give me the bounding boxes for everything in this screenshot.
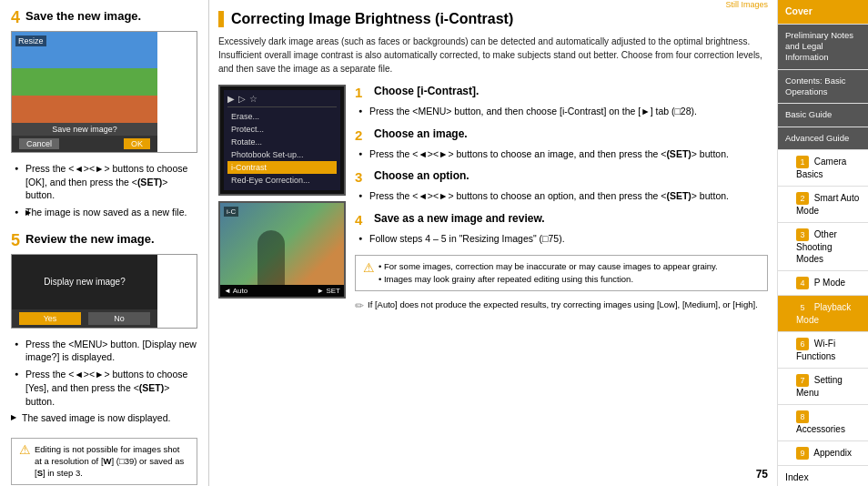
section-title: Correcting Image Brightness (i-Contrast) — [218, 11, 768, 27]
sidebar-item-wifi[interactable]: 6 Wi-Fi Functions — [778, 332, 868, 369]
camera-menu-screen: ▶ ▷ ☆ Erase... Protect... Rotate... Phot… — [224, 90, 340, 190]
mid-step-2-bullet-1: Press the <◄><►> buttons to choose an im… — [358, 146, 768, 163]
sidebar-item-other-shooting[interactable]: 3 Other Shooting Modes — [778, 223, 868, 271]
step-4-bullet-1: Press the <◄><►> buttons to choose [OK],… — [15, 160, 197, 204]
person-display: i-C ◄ Auto ► SET — [218, 201, 346, 299]
resize-image-box: Resize Save new image? Cancel OK — [11, 31, 197, 153]
person-silhouette — [257, 230, 285, 285]
nav-num-3: 3 — [796, 228, 809, 241]
left-panel: 4 Save the new image. Resize Save new im… — [0, 0, 209, 486]
accessories-label: Accessories — [796, 424, 845, 434]
nav-num-4: 4 — [796, 277, 809, 289]
step-4-bullets: Press the <◄><►> buttons to choose [OK],… — [15, 160, 197, 221]
sidebar-item-cover[interactable]: Cover — [778, 0, 868, 25]
ok-button[interactable]: OK — [124, 138, 150, 149]
nav-num-7: 7 — [796, 374, 809, 387]
mid-step-2-num: 2 — [355, 127, 369, 143]
menu-item-icontrast: i-Contrast — [227, 161, 337, 174]
contents-label: Contents: Basic Operations — [785, 76, 846, 96]
sidebar-item-camera-basics[interactable]: 1 Camera Basics — [778, 150, 868, 187]
step-4-bullet-2: The image is now saved as a new file. — [15, 204, 197, 221]
display-prompt: Display new image? — [44, 277, 126, 287]
mid-note-box: ⚠ • For some images, correction may be i… — [355, 255, 768, 292]
mid-step-3: 3 Choose an option. Press the <◄><►> but… — [355, 169, 768, 205]
step-5-bullets: Press the <MENU> button. [Display new im… — [15, 336, 197, 410]
display-image-box: Display new image? Yes No — [11, 254, 197, 329]
preliminary-label: Preliminary Notes and Legal Information — [785, 30, 853, 63]
auto-nav: ◄ Auto ► SET — [220, 285, 344, 297]
mid-step-4-bullet-1: Follow steps 4 – 5 in "Resizing Images" … — [358, 230, 768, 248]
mid-step-1-bullets: Press the <MENU> button, and then choose… — [358, 103, 768, 120]
yes-button[interactable]: Yes — [19, 312, 81, 325]
step-5-bullet-1: Press the <MENU> button. [Display new im… — [15, 336, 197, 366]
menu-item-redeye: Red-Eye Correction... — [227, 174, 337, 187]
camera-screens: ▶ ▷ ☆ Erase... Protect... Rotate... Phot… — [218, 85, 346, 318]
right-panel: Cover Preliminary Notes and Legal Inform… — [777, 0, 868, 486]
p-mode-label: P Mode — [814, 278, 845, 288]
mid-step-3-title: Choose an option. — [374, 169, 469, 182]
nav-num-2: 2 — [796, 192, 809, 205]
display-screen: Display new image? — [12, 255, 157, 309]
mid-warning-icon: ⚠ — [363, 258, 375, 278]
sidebar-item-accessories[interactable]: 8 Accessories — [778, 405, 868, 441]
set-label: ► SET — [317, 287, 340, 295]
nav-num-1: 1 — [796, 156, 809, 168]
step-5-arrow: The saved image is now displayed. — [11, 410, 197, 427]
i-contrast-label: i-C — [224, 207, 238, 217]
mid-step-3-header: 3 Choose an option. — [355, 169, 768, 185]
sidebar-item-setting-menu[interactable]: 7 Setting Menu — [778, 369, 868, 405]
mid-step-4-num: 4 — [355, 212, 369, 228]
step-5-title: Review the new image. — [25, 232, 155, 248]
step-4-number: 4 — [11, 9, 20, 25]
person-image: i-C — [220, 203, 344, 285]
left-note-text: Editing is not possible for images shot … — [35, 443, 189, 480]
menu-item-protect: Protect... — [227, 123, 337, 136]
left-note-box: ⚠ Editing is not possible for images sho… — [11, 438, 197, 485]
middle-panel: Still Images Correcting Image Brightness… — [209, 0, 777, 486]
resize-label: Resize — [15, 35, 46, 46]
step-4-arrow: The image is now saved as a new file. — [25, 205, 187, 219]
step-4-section: 4 Save the new image. Resize Save new im… — [11, 9, 197, 221]
cover-label: Cover — [785, 5, 812, 16]
menu-display: ▶ ▷ ☆ Erase... Protect... Rotate... Phot… — [218, 85, 346, 196]
sidebar-item-playback[interactable]: 5 Playback Mode — [778, 296, 868, 332]
mid-step-1-title: Choose [i-Contrast]. — [374, 85, 479, 97]
warning-icon: ⚠ — [19, 441, 31, 460]
mid-step-2-header: 2 Choose an image. — [355, 127, 768, 143]
sidebar-item-smart-auto[interactable]: 2 Smart Auto Mode — [778, 187, 868, 223]
sidebar-item-appendix[interactable]: 9 Appendix — [778, 441, 868, 466]
sidebar-item-contents[interactable]: Contents: Basic Operations — [778, 70, 868, 105]
mid-step-2-title: Choose an image. — [374, 127, 468, 140]
mid-step-2-bullets: Press the <◄><►> buttons to choose an im… — [358, 146, 768, 163]
sidebar-item-p-mode[interactable]: 4 P Mode — [778, 271, 868, 296]
step-5-section: 5 Review the new image. Display new imag… — [11, 232, 197, 427]
step-4-header: 4 Save the new image. — [11, 9, 197, 25]
mid-note-text: • For some images, correction may be ina… — [378, 260, 718, 287]
mid-step-1-num: 1 — [355, 85, 369, 100]
save-prompt: Save new image? — [12, 123, 157, 136]
cancel-button[interactable]: Cancel — [19, 138, 59, 149]
sidebar-item-preliminary[interactable]: Preliminary Notes and Legal Information — [778, 25, 868, 70]
page-number: 75 — [756, 468, 768, 481]
basic-guide-label: Basic Guide — [785, 109, 832, 119]
nav-num-9: 9 — [796, 447, 809, 460]
nav-num-8: 8 — [796, 410, 809, 423]
mid-step-4-header: 4 Save as a new image and review. — [355, 212, 768, 228]
mid-pencil-icon: ✏ — [355, 299, 364, 314]
index-label: Index — [785, 471, 809, 482]
landscape-thumbnail: Resize — [12, 32, 157, 123]
yes-no-buttons: Yes No — [12, 309, 157, 328]
sidebar-item-advanced-guide[interactable]: Advanced Guide — [778, 127, 868, 150]
mid-step-4-bullets: Follow steps 4 – 5 in "Resizing Images" … — [358, 230, 768, 248]
mid-step-1-bullet-1: Press the <MENU> button, and then choose… — [358, 103, 768, 120]
mid-step-4: 4 Save as a new image and review. Follow… — [355, 212, 768, 248]
menu-icon-1: ▶ — [227, 94, 235, 104]
mid-step-3-bullets: Press the <◄><►> buttons to choose an op… — [358, 187, 768, 205]
nav-num-5: 5 — [796, 301, 809, 314]
nav-num-6: 6 — [796, 338, 809, 350]
sidebar-item-basic-guide[interactable]: Basic Guide — [778, 104, 868, 127]
middle-content: ▶ ▷ ☆ Erase... Protect... Rotate... Phot… — [218, 85, 768, 318]
no-button[interactable]: No — [88, 312, 150, 325]
appendix-label: Appendix — [813, 448, 852, 458]
sidebar-item-index[interactable]: Index — [778, 466, 868, 486]
